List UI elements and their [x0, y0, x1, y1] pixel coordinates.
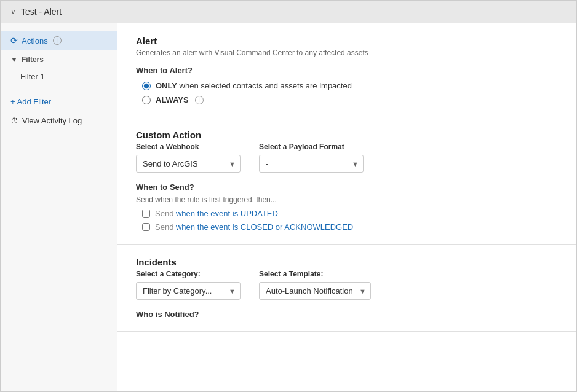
sidebar-filter-1[interactable]: Filter 1 — [1, 69, 117, 84]
when-to-alert-group: ONLY when selected contacts and assets a… — [136, 81, 558, 104]
payload-group: Select a Payload Format - ▼ — [259, 143, 364, 173]
radio-only-option[interactable]: ONLY when selected contacts and assets a… — [142, 81, 558, 90]
send-checkbox-group: Send when the event is UPDATED Send when… — [136, 209, 558, 232]
template-select-wrapper: Auto-Launch Notification ▼ — [259, 282, 371, 300]
webhook-payload-row: Select a Webhook Send to ArcGIS ▼ Select… — [136, 143, 558, 173]
alert-title: Alert — [136, 36, 558, 46]
payload-label: Select a Payload Format — [259, 143, 364, 151]
template-group: Select a Template: Auto-Launch Notificat… — [259, 270, 371, 300]
checkbox-updated-label: Send when the event is UPDATED — [155, 209, 278, 218]
sidebar-item-actions[interactable]: ⟳ Actions i — [1, 31, 117, 50]
actions-icon: ⟳ — [10, 36, 18, 45]
radio-always-input[interactable] — [142, 96, 151, 104]
category-group: Select a Category: Filter by Category...… — [136, 270, 241, 300]
title-bar: ∨ Test - Alert — [1, 1, 576, 23]
incidents-form-row: Select a Category: Filter by Category...… — [136, 270, 558, 300]
who-notified-label: Who is Notified? — [136, 310, 558, 319]
incidents-section: Incidents Select a Category: Filter by C… — [117, 245, 576, 332]
custom-action-section: Custom Action Select a Webhook Send to A… — [117, 117, 576, 245]
template-select[interactable]: Auto-Launch Notification — [259, 282, 371, 300]
checkbox-closed-label: Send when the event is CLOSED or ACKNOWL… — [155, 222, 353, 232]
category-select-wrapper: Filter by Category... ▼ — [136, 282, 241, 300]
send-description: Send when the rule is first triggered, t… — [136, 195, 558, 204]
radio-always-label: ALWAYS — [156, 95, 189, 104]
checkbox-closed-option[interactable]: Send when the event is CLOSED or ACKNOWL… — [142, 222, 558, 232]
custom-action-title: Custom Action — [136, 130, 558, 140]
actions-info-icon[interactable]: i — [53, 36, 62, 45]
closed-link[interactable]: when the event is CLOSED or ACKNOWLEDGED — [176, 222, 353, 232]
activity-log-label: View Activity Log — [22, 116, 82, 125]
updated-link[interactable]: when the event is UPDATED — [176, 209, 278, 218]
add-filter-label: + Add Filter — [10, 97, 51, 106]
filters-label: Filters — [22, 55, 44, 64]
activity-icon: ⏱ — [10, 116, 18, 125]
when-to-alert-label: When to Alert? — [136, 66, 558, 75]
template-label: Select a Template: — [259, 270, 371, 278]
category-label: Select a Category: — [136, 270, 241, 278]
collapse-chevron[interactable]: ∨ — [10, 7, 16, 16]
webhook-label: Select a Webhook — [136, 143, 241, 151]
sidebar-activity-log[interactable]: ⏱ View Activity Log — [1, 111, 117, 130]
alert-description: Generates an alert with Visual Command C… — [136, 49, 558, 57]
category-select[interactable]: Filter by Category... — [136, 282, 241, 300]
checkbox-updated-option[interactable]: Send when the event is UPDATED — [142, 209, 558, 218]
sidebar-divider — [1, 88, 117, 88]
page-title: Test - Alert — [21, 7, 62, 17]
sidebar: ⟳ Actions i ▼ Filters Filter 1 + Add Fil… — [1, 23, 117, 391]
alert-section: Alert Generates an alert with Visual Com… — [117, 23, 576, 117]
sidebar-actions-label: Actions — [22, 36, 48, 45]
sidebar-filters-header: ▼ Filters — [1, 50, 117, 69]
radio-only-label: ONLY when selected contacts and assets a… — [156, 81, 352, 90]
webhook-select-wrapper: Send to ArcGIS ▼ — [136, 155, 241, 173]
sidebar-add-filter[interactable]: + Add Filter — [1, 92, 117, 111]
checkbox-updated-input[interactable] — [142, 210, 150, 218]
payload-select[interactable]: - — [259, 155, 364, 173]
content-area: Alert Generates an alert with Visual Com… — [117, 23, 576, 391]
filter-icon: ▼ — [10, 55, 18, 64]
payload-select-wrapper: - ▼ — [259, 155, 364, 173]
radio-always-option[interactable]: ALWAYS i — [142, 95, 558, 104]
when-to-send-label: When to Send? — [136, 182, 558, 192]
radio-only-input[interactable] — [142, 82, 151, 90]
webhook-select[interactable]: Send to ArcGIS — [136, 155, 241, 173]
incidents-title: Incidents — [136, 257, 558, 267]
webhook-group: Select a Webhook Send to ArcGIS ▼ — [136, 143, 241, 173]
always-info-icon[interactable]: i — [195, 96, 204, 104]
checkbox-closed-input[interactable] — [142, 223, 150, 231]
